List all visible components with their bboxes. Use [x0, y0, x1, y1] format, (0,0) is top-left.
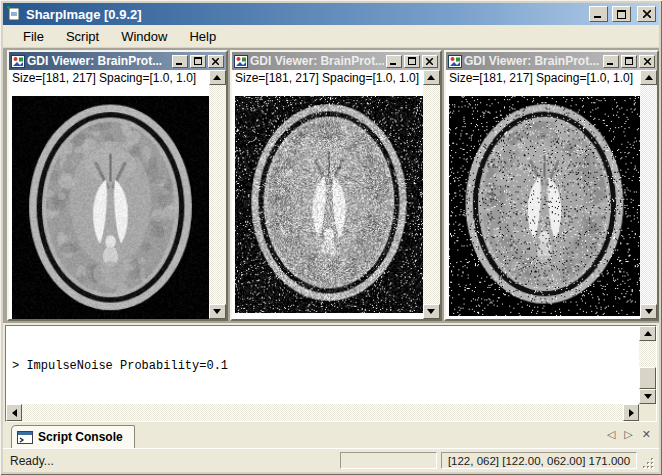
viewer-1-client: Size=[181, 217] Spacing=[1.0, 1.0]: [9, 70, 226, 319]
pane-controls: ◁ ▷ ✕: [607, 428, 651, 441]
tab-label: Script Console: [38, 430, 123, 444]
viewer-2-title: GDI Viewer: BrainProt...: [250, 54, 384, 68]
viewer-maximize-button[interactable]: [404, 55, 420, 68]
viewer-minimize-button[interactable]: [603, 55, 619, 68]
status-ready-text: Ready...: [7, 454, 336, 468]
menu-window[interactable]: Window: [110, 27, 178, 46]
viewer-minimize-button[interactable]: [172, 55, 188, 68]
viewer-window-2: GDI Viewer: BrainProt... Size=[181, 217]…: [230, 50, 442, 321]
scrollbar-corner: [639, 404, 656, 421]
brain-image-impulse-noise[interactable]: [449, 96, 640, 316]
viewer-3-title: GDI Viewer: BrainProt...: [464, 54, 601, 68]
scroll-left-icon[interactable]: [6, 404, 22, 421]
viewer-3-info: Size=[181, 217] Spacing=[1.0, 1.0]: [446, 70, 640, 86]
viewer-1-titlebar[interactable]: GDI Viewer: BrainProt...: [9, 52, 226, 70]
tab-script-console[interactable]: Script Console: [11, 425, 135, 448]
maximize-button[interactable]: [612, 6, 631, 22]
pane-close-icon[interactable]: ✕: [642, 428, 651, 441]
titlebar[interactable]: SharpImage [0.9.2]: [3, 3, 659, 25]
pane-prev-icon[interactable]: ◁: [607, 428, 615, 441]
viewer-close-button[interactable]: [422, 55, 438, 68]
viewer-maximize-button[interactable]: [190, 55, 206, 68]
mdi-area: GDI Viewer: BrainProt... Size=[181, 217]…: [3, 48, 659, 323]
viewer-minimize-button[interactable]: [386, 55, 402, 68]
scroll-up-icon[interactable]: [639, 326, 656, 341]
viewer-window-1: GDI Viewer: BrainProt... Size=[181, 217]…: [7, 50, 228, 321]
viewer-1-info: Size=[181, 217] Spacing=[1.0, 1.0]: [9, 70, 209, 86]
console-vertical-scrollbar[interactable]: [639, 326, 656, 404]
close-button[interactable]: [637, 6, 656, 22]
console-horizontal-scrollbar[interactable]: [6, 404, 639, 421]
console-icon: [17, 431, 33, 444]
viewer-2-titlebar[interactable]: GDI Viewer: BrainProt...: [232, 52, 440, 70]
viewer-1-scrollbar[interactable]: [209, 70, 226, 319]
console-line: > ImpulseNoise Probability=0.1: [12, 359, 639, 374]
scroll-down-icon[interactable]: [423, 304, 440, 319]
menu-script[interactable]: Script: [55, 27, 110, 46]
scroll-down-icon[interactable]: [639, 389, 656, 404]
app-window: SharpImage [0.9.2] File Script Window He…: [0, 0, 662, 475]
viewer-2-info: Size=[181, 217] Spacing=[1.0, 1.0]: [232, 70, 423, 86]
viewer-maximize-button[interactable]: [621, 55, 637, 68]
viewer-3-scrollbar[interactable]: [640, 70, 657, 319]
scroll-up-icon[interactable]: [640, 70, 657, 85]
scroll-up-icon[interactable]: [423, 70, 440, 85]
window-title: SharpImage [0.9.2]: [26, 7, 585, 22]
menubar: File Script Window Help: [3, 25, 659, 48]
brain-image-clean[interactable]: [12, 96, 209, 319]
dock-tab-row: Script Console ◁ ▷ ✕: [3, 422, 659, 448]
statusbar: Ready... [122, 062] [122.00, 062.00] 171…: [3, 448, 659, 472]
brain-image-noisy[interactable]: [235, 96, 423, 313]
pane-next-icon[interactable]: ▷: [624, 428, 632, 441]
app-frame: SharpImage [0.9.2] File Script Window He…: [3, 3, 659, 472]
viewer-2-client: Size=[181, 217] Spacing=[1.0, 1.0]: [232, 70, 440, 319]
status-panel-empty: [340, 452, 437, 469]
script-console-panel[interactable]: > ImpulseNoise Probability=0.1 ---- Impu…: [5, 325, 657, 422]
image-icon: [11, 55, 25, 68]
scroll-up-icon[interactable]: [209, 70, 226, 85]
scroll-down-icon[interactable]: [640, 304, 657, 319]
viewer-2-scrollbar[interactable]: [423, 70, 440, 319]
viewer-close-button[interactable]: [208, 55, 224, 68]
scroll-right-icon[interactable]: [623, 404, 639, 421]
scroll-down-icon[interactable]: [209, 304, 226, 319]
viewer-3-client: Size=[181, 217] Spacing=[1.0, 1.0]: [446, 70, 657, 319]
minimize-button[interactable]: [589, 6, 608, 22]
image-icon: [448, 55, 462, 68]
viewer-1-title: GDI Viewer: BrainProt...: [27, 54, 170, 68]
image-icon: [234, 55, 248, 68]
viewer-window-3: GDI Viewer: BrainProt... Size=[181, 217]…: [444, 50, 659, 321]
menu-help[interactable]: Help: [178, 27, 227, 46]
viewer-3-titlebar[interactable]: GDI Viewer: BrainProt...: [446, 52, 657, 70]
app-icon: [6, 6, 22, 22]
scrollbar-thumb[interactable]: [639, 367, 656, 389]
resize-grip-icon[interactable]: [641, 456, 655, 470]
menu-file[interactable]: File: [12, 27, 55, 46]
console-output: > ImpulseNoise Probability=0.1 ---- Impu…: [6, 326, 639, 404]
status-coordinates: [122, 062] [122.00, 062.00] 171.000: [441, 452, 637, 469]
viewer-close-button[interactable]: [639, 55, 655, 68]
